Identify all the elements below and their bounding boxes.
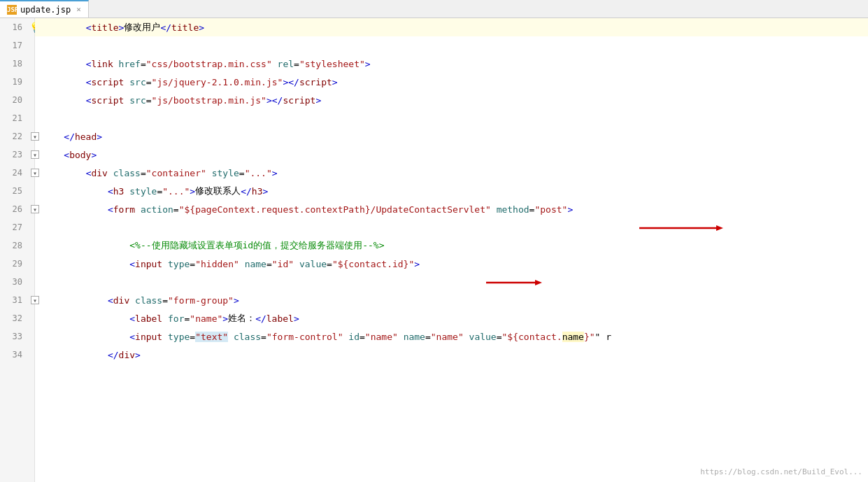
- equals: =: [529, 204, 535, 215]
- attribute-name: src: [129, 95, 145, 106]
- tab-bar: JSP update.jsp ×: [0, 0, 868, 18]
- attribute-name: name: [404, 332, 425, 342]
- equals: =: [497, 332, 502, 342]
- attribute-name: style: [129, 186, 157, 197]
- code-line: <script src="js/bootstrap.min.js"></scri…: [35, 91, 868, 109]
- equals: =: [425, 332, 431, 342]
- element-name: form: [113, 204, 135, 215]
- text-content: 修改用户: [124, 21, 160, 34]
- line-number-row: 30: [0, 273, 34, 291]
- attribute-name: src: [129, 77, 145, 87]
- tag-bracket: <: [108, 295, 113, 306]
- tag-bracket: </: [241, 186, 252, 197]
- code-line: <h3 style="...">修改联系人</h3>: [35, 182, 868, 200]
- line-number-row: 28: [0, 236, 34, 255]
- tag-bracket: <: [86, 95, 92, 106]
- attribute-value: "...": [245, 168, 272, 178]
- equals: =: [185, 313, 190, 324]
- tag-bracket: >: [199, 22, 204, 33]
- tag-bracket: <: [64, 150, 69, 160]
- element-name: h3: [252, 186, 263, 197]
- element-name: div: [119, 350, 135, 360]
- space: [343, 332, 349, 342]
- text-content: " r: [595, 332, 611, 342]
- attribute-name: class: [113, 168, 141, 178]
- space: [206, 168, 212, 178]
- tag-bracket: </: [108, 350, 119, 360]
- line-number: 31: [0, 295, 28, 305]
- tag-bracket: >: [332, 77, 338, 87]
- space: [272, 59, 278, 69]
- space: [108, 168, 113, 178]
- tag-bracket: >: [294, 313, 299, 324]
- space: [398, 332, 404, 342]
- equals: =: [294, 59, 299, 69]
- line-number-row: 27: [0, 218, 34, 236]
- attribute-name: class: [135, 295, 162, 306]
- equals: =: [261, 332, 266, 342]
- indent: [42, 313, 129, 324]
- tag-bracket: ></: [266, 95, 283, 106]
- tag-bracket: </: [64, 132, 75, 142]
- text-content: 修改联系人: [195, 185, 241, 197]
- attribute-value: "css/bootstrap.min.css": [146, 59, 272, 69]
- element-name: script: [299, 77, 332, 87]
- tag-bracket: </: [160, 22, 171, 33]
- attribute-value: "container": [146, 168, 206, 178]
- attribute-name: href: [119, 59, 141, 69]
- tag-bracket: <: [108, 186, 113, 197]
- line-number-row: 22▾: [0, 127, 34, 146]
- attribute-value: "js/bootstrap.min.js": [152, 95, 266, 106]
- line-number: 17: [0, 41, 28, 50]
- attribute-name: value: [299, 259, 327, 269]
- indent: [42, 95, 86, 106]
- line-number: 23: [0, 150, 28, 160]
- tag-bracket: >: [222, 313, 228, 324]
- code-area[interactable]: <title>修改用户</title> <link href="css/boot…: [35, 18, 868, 482]
- tag-bracket: <: [86, 168, 92, 178]
- expr-var-highlighted: name: [562, 332, 584, 342]
- equals: =: [162, 295, 168, 306]
- code-line: </div>: [35, 346, 868, 364]
- line-number-row: 21: [0, 109, 34, 127]
- code-line: <link href="css/bootstrap.min.css" rel="…: [35, 55, 868, 73]
- indent: [42, 186, 108, 197]
- red-arrow: [578, 205, 662, 213]
- tag-bracket: >: [365, 59, 371, 69]
- tag-bracket: >: [272, 168, 278, 178]
- element-name: body: [69, 150, 91, 160]
- attribute-value: "hidden": [195, 259, 239, 269]
- line-number: 28: [0, 241, 28, 250]
- line-numbers: 16💡171819202122▾23▾24▾2526▾2728293031▾32…: [0, 18, 35, 482]
- element-name: h3: [113, 186, 124, 197]
- indent: [42, 132, 64, 142]
- space: [113, 59, 119, 69]
- watermark: https://blog.csdn.net/Build_Evol...: [700, 467, 862, 476]
- attribute-name: for: [168, 313, 184, 324]
- equals: =: [146, 95, 152, 106]
- tag-bracket: >: [234, 295, 239, 306]
- line-number-row: 20: [0, 91, 34, 109]
- space: [135, 204, 141, 215]
- tag-bracket: <: [129, 313, 135, 324]
- tag-bracket: >: [91, 150, 97, 160]
- attribute-name: action: [141, 204, 173, 215]
- indent: [42, 77, 86, 87]
- attribute-value: "form-control": [266, 332, 343, 342]
- tag-bracket: >: [567, 204, 573, 215]
- code-line: <form action="${pageContext.request.cont…: [35, 200, 868, 218]
- indent: [42, 332, 129, 342]
- element-name: input: [135, 332, 162, 342]
- attribute-value: "id": [272, 259, 294, 269]
- tab-update-jsp[interactable]: JSP update.jsp ×: [0, 0, 89, 17]
- tab-close-button[interactable]: ×: [76, 5, 81, 14]
- attribute-value-highlighted: "text": [195, 332, 228, 342]
- attribute-name: class: [234, 332, 261, 342]
- equals: =: [141, 59, 146, 69]
- code-line: <title>修改用户</title>: [35, 18, 868, 36]
- attribute-name: rel: [278, 59, 294, 69]
- tag-bracket: <: [86, 59, 92, 69]
- code-line: <input type="hidden" name="id" value="${…: [35, 255, 868, 273]
- space: [491, 204, 497, 215]
- attribute-value: "...": [162, 186, 190, 197]
